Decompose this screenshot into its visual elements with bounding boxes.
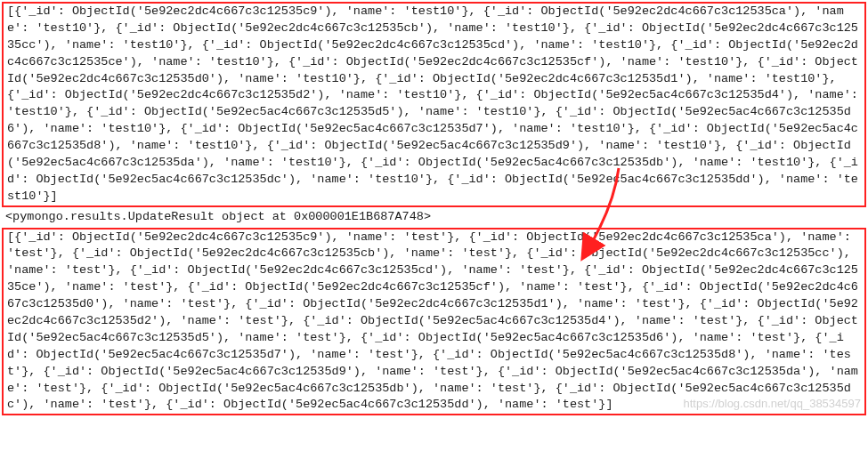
output-block-before: [{'_id': ObjectId('5e92ec2dc4c667c3c1253… [2,2,866,207]
update-result-line: <pymongo.results.UpdateResult object at … [2,209,866,226]
output-block-after: [{'_id': ObjectId('5e92ec2dc4c667c3c1253… [2,228,866,416]
